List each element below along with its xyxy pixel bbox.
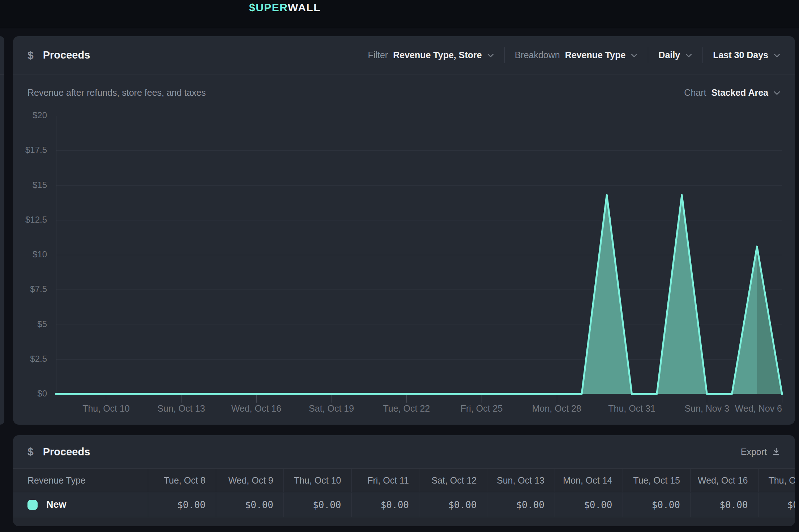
table-header-text: Sun, Oct 13 [497,475,544,486]
table-cell-value: $0.00 [216,493,284,517]
x-axis-tick [181,394,181,403]
x-axis-label: Mon, Oct 28 [517,403,597,414]
top-bar: $UPERWALL [0,0,799,28]
y-axis-label: $0 [13,389,47,399]
value-text: $0.00 [787,499,795,510]
superwall-logo[interactable]: $UPERWALL [249,0,321,15]
value-text: $0.00 [652,499,680,510]
y-axis-label: $2.5 [13,354,47,364]
table-cell-value: $0.00 [555,493,623,517]
value-text: $0.00 [584,499,612,510]
x-axis-tick [256,394,257,403]
table-cell-value: $0.00 [690,493,758,517]
y-axis-label: $12.5 [13,215,47,225]
table-header-cell: Tue, Oct 8 [148,469,216,492]
table-header-cell: Tue, Oct 15 [623,469,691,492]
proceeds-table-card: $ Proceeds Export Revenue TypeTue, Oct 8… [13,435,795,526]
x-axis-label: Thu, Oct 31 [592,403,672,414]
value-text: $0.00 [516,499,544,510]
y-axis-label: $10 [13,249,47,259]
x-axis-label: Wed, Oct 16 [217,403,296,414]
y-axis-label: $17.5 [13,145,47,155]
x-axis-tick [632,394,632,403]
x-axis-tick [406,394,407,403]
table-header-row: Revenue TypeTue, Oct 8Wed, Oct 9Thu, Oct… [13,468,795,492]
export-button[interactable]: Export [741,447,781,457]
table-header-text: Thu, Oct 17 [768,475,795,486]
table-cell-value: $0.00 [419,493,487,517]
value-text: $0.00 [313,499,341,510]
proceeds-chart-plot[interactable] [56,116,782,394]
x-axis-tick [332,394,332,403]
table-card-title: Proceeds [43,446,90,458]
y-axis-label: $20 [13,110,47,120]
area-fill [56,195,782,394]
table-header-text: Tue, Oct 8 [164,475,206,486]
x-axis-tick [482,394,482,403]
partial-card-divider [0,74,4,75]
table-header-cell: Revenue Type [13,469,148,492]
x-axis-tick [557,394,557,403]
table-cell-value: $0.00 [758,493,795,517]
table-row[interactable]: New$0.00$0.00$0.00$0.00$0.00$0.00$0.00$0… [13,493,795,517]
table-header-cell: Wed, Oct 16 [690,469,758,492]
y-axis-label: $15 [13,180,47,190]
x-axis-label: Thu, Oct 10 [66,403,146,414]
x-axis-tick [707,394,707,403]
table-header-text: Wed, Oct 16 [698,475,748,486]
y-axis-label: $5 [13,319,47,329]
table-header-cell: Sun, Oct 13 [487,469,555,492]
table-header-text: Wed, Oct 9 [228,475,273,486]
x-axis-tick [782,394,782,403]
table-card-header: $ Proceeds Export [13,435,795,468]
x-axis-label: Sat, Oct 19 [292,403,371,414]
table-header-text: Tue, Oct 15 [633,475,680,486]
table-footer-strip [13,518,795,526]
x-axis-tick [106,394,106,403]
x-axis-label: Sun, Oct 13 [141,403,221,414]
table-header-text: Sat, Oct 12 [431,475,477,486]
table-header-cell: Fri, Oct 11 [351,469,419,492]
download-icon [772,447,781,456]
value-text: $0.00 [381,499,409,510]
table-header-text: Thu, Oct 10 [294,475,341,486]
table-header-cell: Thu, Oct 17 [758,469,795,492]
table-header-cell: Sat, Oct 12 [419,469,487,492]
x-axis-label: Wed, Nov 6 [702,403,782,414]
value-text: $0.00 [719,499,748,510]
table-cell-value: $0.00 [623,493,691,517]
dollar-icon: $ [27,446,34,458]
x-axis-label: Fri, Oct 25 [442,403,521,414]
series-name: New [46,499,67,510]
series-color-swatch [27,500,38,510]
table-cell-value: $0.00 [283,493,351,517]
table-cell-value: $0.00 [351,493,419,517]
proceeds-chart-card: $ Proceeds Filter Revenue Type, Store Br… [13,36,795,425]
value-text: $0.00 [448,499,477,510]
table-header-cell: Thu, Oct 10 [283,469,351,492]
table-cell-value: $0.00 [148,493,216,517]
export-label: Export [741,447,767,457]
logo-accent-text: $UPER [249,1,288,13]
partial-card-left [0,36,4,425]
page: $UPERWALL $ Proceeds Filter Revenue Type… [0,0,799,532]
y-axis-label: $7.5 [13,284,47,294]
x-axis-label: Tue, Oct 22 [367,403,446,414]
value-text: $0.00 [177,499,205,510]
table-header-cell: Wed, Oct 9 [216,469,284,492]
table-cell-revenue-type: New [13,493,148,517]
table-cell-value: $0.00 [487,493,555,517]
table-header-text: Revenue Type [27,475,86,486]
value-text: $0.00 [245,499,273,510]
logo-rest-text: WALL [288,1,321,13]
table-header-text: Fri, Oct 11 [367,475,409,486]
table-header-cell: Mon, Oct 14 [555,469,623,492]
table-header-text: Mon, Oct 14 [563,475,612,486]
proceeds-chart[interactable]: $20$17.5$15$12.5$10$7.5$5$2.5$0Thu, Oct … [13,36,795,425]
